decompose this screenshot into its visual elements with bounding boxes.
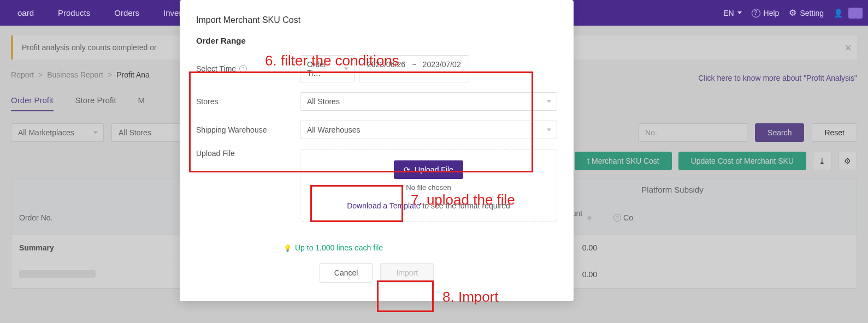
date-range-picker[interactable]: 2023/06/26 ~ 2023/07/02 <box>359 55 469 82</box>
account-menu[interactable] <box>834 8 863 19</box>
upload-icon <box>404 165 410 174</box>
order-time-select[interactable]: Order Ti… <box>300 55 355 82</box>
section-title: Order Range <box>196 36 557 45</box>
help-icon[interactable]: ? <box>239 65 247 73</box>
warehouse-row: Shipping Warehouse All Warehouses <box>196 121 557 139</box>
setting-label: Setting <box>800 9 824 17</box>
bulb-icon <box>284 243 292 252</box>
setting-link[interactable]: Setting <box>789 8 824 18</box>
date-to: 2023/07/02 <box>423 60 461 69</box>
template-line: Download a Template to see the format re… <box>311 201 546 210</box>
avatar-icon <box>848 8 863 19</box>
upload-row: Upload File Upload File No file chosen D… <box>196 149 557 222</box>
warehouse-select[interactable]: All Warehouses <box>300 121 557 139</box>
order-range-section: Order Range Select Time? Order Ti… 2023/… <box>180 31 574 237</box>
select-time-label: Select Time? <box>196 64 300 73</box>
help-icon: ? <box>752 9 760 17</box>
nav-right: EN ?Help Setting <box>723 8 863 19</box>
nav-item-dashboard[interactable]: oard <box>5 1 46 25</box>
download-template-link[interactable]: Download a Template <box>347 201 420 210</box>
lang-label: EN <box>723 9 734 17</box>
template-rest: to see the format required <box>421 201 510 210</box>
modal-actions: Cancel Import <box>180 263 574 283</box>
chevron-down-icon <box>737 11 742 14</box>
help-link[interactable]: ?Help <box>752 9 780 17</box>
nav-item-products[interactable]: Products <box>46 1 102 25</box>
stores-row: Stores All Stores <box>196 92 557 111</box>
import-button[interactable]: Import <box>380 263 434 283</box>
date-sep: ~ <box>412 60 416 69</box>
no-file-text: No file chosen <box>311 183 546 192</box>
lang-selector[interactable]: EN <box>723 9 741 17</box>
warehouse-label: Shipping Warehouse <box>196 125 300 134</box>
upload-label: Upload File <box>196 149 300 158</box>
nav-item-orders[interactable]: Orders <box>102 1 151 25</box>
modal-title: Import Merchant SKU Cost <box>180 15 574 31</box>
cancel-button[interactable]: Cancel <box>320 263 373 283</box>
import-sku-modal: Import Merchant SKU Cost Order Range Sel… <box>180 0 574 301</box>
date-from: 2023/06/26 <box>367 60 405 69</box>
stores-label: Stores <box>196 97 300 106</box>
upload-file-button[interactable]: Upload File <box>394 160 463 179</box>
select-time-row: Select Time? Order Ti… 2023/06/26 ~ 2023… <box>196 55 557 82</box>
hint-text: Up to 1,000 lines each file <box>295 243 383 252</box>
gear-icon <box>789 8 796 18</box>
stores-select[interactable]: All Stores <box>300 92 557 111</box>
upload-zone: Upload File No file chosen Download a Te… <box>300 149 557 222</box>
help-label: Help <box>764 9 780 17</box>
upload-hint: Up to 1,000 lines each file <box>284 243 574 252</box>
upload-btn-label: Upload File <box>415 165 453 174</box>
